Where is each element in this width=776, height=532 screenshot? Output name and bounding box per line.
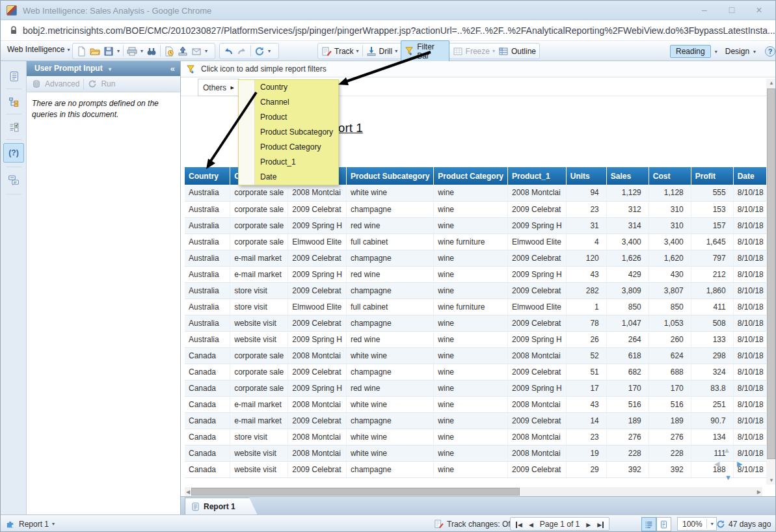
table-cell[interactable]: 251 (691, 396, 733, 412)
document-summary-tab[interactable] (3, 66, 24, 86)
table-cell[interactable]: wine (434, 331, 508, 347)
table-cell[interactable]: wine (434, 380, 508, 396)
undo-icon[interactable] (223, 46, 234, 57)
table-cell[interactable]: 2009 Celebrat (508, 282, 567, 299)
table-cell[interactable]: Elmwood Elite (288, 299, 347, 315)
filter-menu-item[interactable]: Product_1 (239, 155, 338, 170)
table-cell[interactable]: 3,809 (606, 282, 649, 299)
print-menu-chevron-icon[interactable]: ▾ (140, 48, 143, 54)
user-prompt-input-tab[interactable]: (?) (3, 143, 24, 163)
table-cell[interactable]: 189 (649, 412, 691, 429)
table-cell[interactable]: full cabinet (346, 299, 433, 315)
table-cell[interactable]: Australia (185, 299, 230, 315)
table-cell[interactable]: 2008 Montclai (288, 347, 347, 364)
track-changes-status[interactable]: Track changes: Off (434, 515, 513, 532)
table-cell[interactable]: 618 (606, 347, 649, 364)
table-cell[interactable]: 3,400 (649, 233, 691, 250)
table-cell[interactable]: 850 (649, 299, 691, 315)
table-cell[interactable]: 2008 Montclai (508, 185, 567, 201)
quick-nav-down-icon[interactable]: ▼ (725, 473, 732, 481)
column-header[interactable]: Units (566, 167, 606, 185)
last-page-button[interactable]: ▶ (597, 520, 604, 529)
save-icon[interactable] (103, 46, 114, 57)
table-cell[interactable]: 2009 Celebrat (288, 315, 347, 331)
horizontal-scrollbar-thumb[interactable] (191, 488, 520, 496)
table-cell[interactable]: corporate sale (230, 347, 288, 364)
table-cell[interactable]: 516 (606, 396, 649, 412)
scroll-up-icon[interactable]: ▲ (769, 80, 774, 86)
table-cell[interactable]: 2009 Celebrat (288, 412, 347, 429)
table-cell[interactable]: Canada (185, 380, 230, 396)
email-icon[interactable] (191, 46, 202, 57)
table-cell[interactable]: 2008 Montclai (288, 429, 347, 445)
design-chevron-icon[interactable]: ▾ (753, 49, 756, 55)
table-cell[interactable]: full cabinet (346, 233, 433, 250)
refresh-status[interactable]: 47 days ago (716, 515, 771, 532)
table-cell[interactable]: champagne (346, 250, 433, 266)
column-header[interactable]: Product_1 (508, 167, 567, 185)
table-cell[interactable]: 134 (691, 429, 733, 445)
table-cell[interactable]: 2009 Spring H (508, 331, 567, 347)
table-cell[interactable]: 555 (691, 185, 733, 201)
table-cell[interactable]: Australia (185, 266, 230, 282)
table-cell[interactable]: e-mail market (230, 412, 288, 429)
open-document-icon[interactable] (90, 46, 100, 57)
table-cell[interactable]: 23 (566, 201, 606, 217)
quick-nav-up-icon[interactable]: ▲ (723, 446, 730, 454)
filter-menu-item[interactable]: Product Category (239, 140, 338, 155)
table-cell[interactable]: 2008 Montclai (508, 347, 567, 364)
filter-menu-item[interactable]: Country (239, 80, 338, 95)
table-cell[interactable]: 1,053 (649, 315, 691, 331)
table-cell[interactable]: Canada (185, 396, 230, 412)
table-cell[interactable]: red wine (346, 380, 433, 396)
table-cell[interactable]: website visit (230, 445, 288, 461)
table-cell[interactable]: 314 (606, 217, 649, 233)
table-cell[interactable]: red wine (346, 331, 433, 347)
help-icon[interactable]: ? (765, 46, 775, 57)
table-cell[interactable]: 2009 Spring H (288, 217, 347, 233)
table-cell[interactable]: 2009 Spring H (288, 331, 347, 347)
refresh-menu-chevron-icon[interactable]: ▾ (268, 48, 271, 54)
table-cell[interactable]: wine (434, 250, 508, 266)
table-cell[interactable]: 392 (649, 461, 691, 477)
table-cell[interactable]: 2008 Montclai (288, 396, 347, 412)
column-header[interactable]: Country (185, 167, 230, 185)
table-cell[interactable]: 310 (649, 201, 691, 217)
table-cell[interactable]: 1,860 (691, 282, 733, 299)
input-controls-tab[interactable] (3, 117, 24, 137)
minimize-button[interactable]: – (695, 5, 714, 16)
table-cell[interactable]: Elmwood Elite (508, 299, 567, 315)
table-cell[interactable]: Australia (185, 233, 230, 250)
others-filter-button[interactable]: Others ▶ (198, 79, 239, 96)
table-cell[interactable]: white wine (346, 445, 433, 461)
filter-menu-item[interactable]: Product Subcategory (239, 125, 338, 140)
table-cell[interactable]: 2009 Celebrat (508, 315, 567, 331)
export-icon[interactable] (178, 46, 188, 57)
table-cell[interactable]: store visit (230, 299, 288, 315)
column-header[interactable]: Cost (649, 167, 691, 185)
filter-bar-button[interactable]: Filter Bar (401, 40, 449, 62)
table-cell[interactable]: Elmwood Elite (508, 233, 567, 250)
table-cell[interactable]: wine (434, 412, 508, 429)
table-cell[interactable]: 153 (691, 201, 733, 217)
comments-tab[interactable] (3, 170, 24, 190)
report-tab[interactable]: Report 1 (185, 498, 258, 515)
horizontal-scrollbar[interactable]: ◀ ▶ (185, 487, 762, 496)
table-cell[interactable]: 1,620 (649, 250, 691, 266)
table-cell[interactable]: Australia (185, 315, 230, 331)
previous-page-button[interactable]: ◀ (529, 520, 533, 529)
table-cell[interactable]: 2009 Spring H (508, 266, 567, 282)
table-cell[interactable]: 170 (606, 380, 649, 396)
table-cell[interactable]: 133 (691, 331, 733, 347)
table-cell[interactable]: wine (434, 461, 508, 477)
table-cell[interactable]: Australia (185, 282, 230, 299)
table-cell[interactable]: store visit (230, 429, 288, 445)
history-icon[interactable] (164, 46, 174, 57)
table-cell[interactable]: wine (434, 185, 508, 201)
app-menu-button[interactable]: Web Intelligence ▾ (7, 45, 70, 54)
scroll-down-icon[interactable]: ▼ (769, 477, 774, 483)
table-cell[interactable]: Australia (185, 201, 230, 217)
print-icon[interactable] (127, 46, 137, 57)
table-cell[interactable]: 3,400 (606, 233, 649, 250)
outline-button[interactable]: Outline (498, 46, 536, 57)
